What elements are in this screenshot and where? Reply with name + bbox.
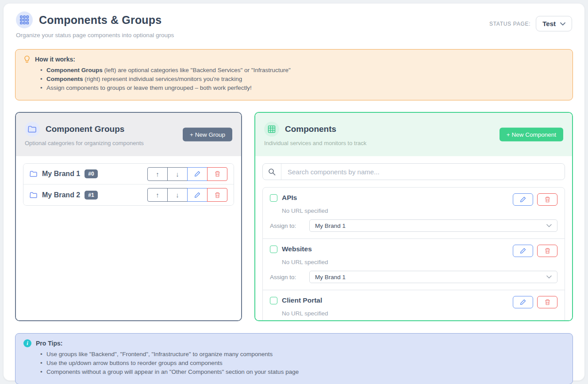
trash-icon [545,299,550,305]
table-grid-icon [264,122,279,137]
grid-dots-icon [16,12,33,28]
trash-icon [215,192,220,198]
component-url-status: No URL specified [282,259,557,265]
component-checkbox[interactable] [270,246,277,253]
move-up-button[interactable]: ↑ [147,167,168,181]
delete-group-button[interactable] [207,188,227,202]
groups-panel-body: My Brand 1 #0 ↑ ↓ [16,156,241,320]
groups-panel-header: Component Groups Optional categories for… [16,113,241,156]
delete-component-button[interactable] [537,193,557,206]
components-panel-body: APIs No URL specified [255,156,572,321]
group-row: My Brand 1 #0 ↑ ↓ [23,164,234,184]
page-header: Components & Groups Organize your status… [12,12,576,38]
search-icon [263,164,281,180]
component-url-status: No URL specified [282,207,557,214]
how-it-works-item: Components (right) represent individual … [40,76,565,82]
move-up-button[interactable]: ↑ [147,188,168,202]
pro-tips-title: Pro Tips: [36,340,62,347]
edit-group-button[interactable] [187,188,208,202]
how-it-works-box: How it works: Component Groups (left) ar… [15,49,573,100]
pencil-icon [194,192,200,198]
status-page-box: STATUS PAGE: Test [489,16,572,31]
folder-icon [25,122,40,137]
pro-tips-item: Use groups like "Backend", "Frontend", "… [40,351,565,357]
component-checkbox[interactable] [270,194,277,202]
status-page-value: Test [542,20,556,27]
group-name: My Brand 1 [42,170,80,178]
assigned-group-value: My Brand 1 [315,223,346,229]
move-down-button[interactable]: ↓ [167,167,188,181]
chevron-down-icon [546,224,552,227]
component-groups-panel: Component Groups Optional categories for… [15,112,242,321]
group-order-badge: #1 [85,191,97,200]
folder-icon [30,171,38,177]
trash-icon [545,196,550,203]
search-input[interactable] [281,164,565,180]
assign-to-label: Assign to: [270,223,303,229]
pencil-icon [520,196,526,203]
lightbulb-icon [23,55,31,63]
new-group-button[interactable]: + New Group [183,128,232,142]
assign-to-label: Assign to: [270,274,303,280]
assign-group-select[interactable]: My Brand 1 [309,271,557,283]
main-card: Components & Groups Organize your status… [4,4,584,380]
components-panel: Components Individual services and monit… [254,112,573,321]
pro-tips-box: i Pro Tips: Use groups like "Backend", "… [15,333,573,384]
group-order-badge: #0 [85,169,97,178]
pro-tips-item: Use the up/down arrow buttons to reorder… [40,360,565,366]
how-it-works-item: Assign components to groups or leave the… [40,84,565,91]
component-name: APIs [282,194,297,202]
pencil-icon [194,171,200,177]
page-subtitle: Organize your status page components int… [16,32,576,38]
pro-tips-list: Use groups like "Backend", "Frontend", "… [23,351,565,375]
assigned-group-value: My Brand 1 [315,274,346,280]
component-url-status: No URL specified [282,310,557,317]
group-row: My Brand 2 #1 ↑ ↓ [23,184,234,205]
move-down-button[interactable]: ↓ [167,188,188,202]
delete-component-button[interactable] [537,245,557,257]
delete-component-button[interactable] [537,296,557,308]
new-component-button[interactable]: + New Component [500,128,563,142]
pro-tips-item: Components without a group will appear i… [40,369,565,375]
chevron-down-icon [546,275,552,279]
trash-icon [545,248,550,254]
how-it-works-title: How it works: [35,56,75,63]
status-page-select[interactable]: Test [536,16,572,31]
component-search [262,163,565,180]
info-icon: i [23,339,31,347]
edit-component-button[interactable] [513,296,533,308]
group-actions: ↑ ↓ [147,167,227,181]
edit-group-button[interactable] [187,167,208,181]
edit-component-button[interactable] [513,193,533,206]
pencil-icon [520,248,526,254]
chevron-down-icon [560,22,565,26]
components-panel-title: Components [285,124,336,134]
component-name: Client Portal [282,296,322,304]
component-checkbox[interactable] [270,297,277,304]
status-page-label: STATUS PAGE: [489,21,530,27]
component-row: APIs No URL specified [263,188,565,239]
assign-group-select[interactable]: My Brand 1 [309,219,557,232]
how-it-works-list: Component Groups (left) are optional cat… [23,67,565,91]
folder-icon [30,192,38,198]
delete-group-button[interactable] [207,167,227,181]
trash-icon [215,171,220,177]
component-list: APIs No URL specified [262,187,565,321]
group-list: My Brand 1 #0 ↑ ↓ [23,163,234,206]
group-actions: ↑ ↓ [147,188,227,202]
pencil-icon [520,299,526,305]
how-it-works-item: Component Groups (left) are optional cat… [40,67,565,73]
edit-component-button[interactable] [513,245,533,257]
components-panel-header: Components Individual services and monit… [255,113,572,156]
group-name: My Brand 2 [42,191,80,199]
component-name: Websites [282,245,312,253]
page-title: Components & Groups [39,14,161,27]
component-row: Client Portal No URL specified [263,290,565,321]
component-row: Websites No URL specified [263,239,565,290]
groups-panel-title: Component Groups [46,124,124,134]
